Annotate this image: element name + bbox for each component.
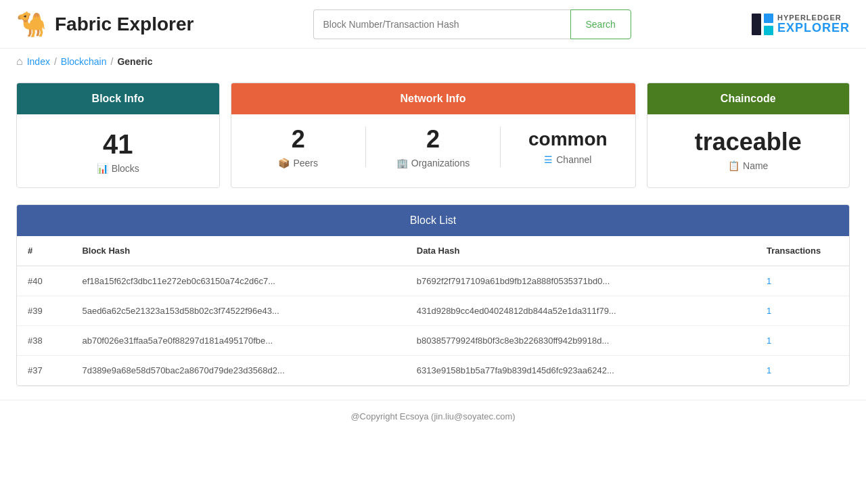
search-area: Search <box>193 9 750 39</box>
brand-text: HYPERLEDGER EXPLORER <box>777 14 850 35</box>
channel-icon: ☰ <box>544 154 553 165</box>
channel-label: ☰ Channel <box>544 154 591 165</box>
peers-label: 📦 Peers <box>278 158 318 168</box>
search-button[interactable]: Search <box>570 9 631 39</box>
orgs-value: 2 <box>426 125 440 154</box>
home-icon: ⌂ <box>16 55 23 68</box>
row-num: #38 <box>17 326 71 356</box>
copyright-text: @Copyright Ecsoya (jin.liu@soyatec.com) <box>350 411 515 421</box>
channel-section: common ☰ Channel <box>501 118 635 176</box>
row-transactions[interactable]: 1 <box>756 296 849 326</box>
row-data-hash: b7692f2f7917109a61bd9fb12a888f0535371bd0… <box>406 266 756 296</box>
block-count-value: 41 <box>103 128 133 160</box>
brand-logo: HYPERLEDGER EXPLORER <box>750 12 850 37</box>
chaincode-card: Chaincode traceable 📋 Name <box>647 83 850 188</box>
svg-rect-2 <box>764 26 773 35</box>
network-info-header: Network Info <box>231 83 635 114</box>
orgs-section: 2 🏢 Organizations <box>366 114 500 179</box>
row-block-hash: ef18a15f62cf3dbc11e272eb0c63150a74c2d6c7… <box>71 266 405 296</box>
col-header-data-hash: Data Hash <box>406 236 756 266</box>
row-block-hash: 5aed6a62c5e21323a153d58b02c3f74522f96e43… <box>71 296 405 326</box>
brand-hyper: HYPERLEDGER <box>777 14 850 22</box>
breadcrumb-blockchain[interactable]: Blockchain <box>61 56 107 67</box>
block-table-body: #40 ef18a15f62cf3dbc11e272eb0c63150a74c2… <box>17 266 849 386</box>
table-row: #38 ab70f026e31ffaa5a7e0f88297d181a49517… <box>17 326 849 356</box>
cards-row: Block Info 41 📊 Blocks Network Info 2 📦 … <box>0 74 866 199</box>
chaincode-name-icon: 📋 <box>728 160 739 171</box>
block-count-label: 📊 Blocks <box>97 163 139 174</box>
row-data-hash: b80385779924f8b0f3c8e3b226830ff942b9918d… <box>406 326 756 356</box>
search-input[interactable] <box>313 9 570 39</box>
row-num: #39 <box>17 296 71 326</box>
footer: @Copyright Ecsoya (jin.liu@soyatec.com) <box>0 400 866 432</box>
chaincode-body: traceable 📋 Name <box>647 114 850 185</box>
camel-icon: 🐪 <box>16 10 47 39</box>
table-row: #37 7d389e9a68e58d570bac2a8670d79de23d35… <box>17 356 849 386</box>
block-list-section: Block List # Block Hash Data Hash Transa… <box>16 204 850 386</box>
orgs-icon: 🏢 <box>396 158 408 168</box>
row-transactions[interactable]: 1 <box>756 326 849 356</box>
table-row: #40 ef18a15f62cf3dbc11e272eb0c63150a74c2… <box>17 266 849 296</box>
row-transactions[interactable]: 1 <box>756 356 849 386</box>
block-list-header: Block List <box>17 205 849 236</box>
breadcrumb: ⌂ Index / Blockchain / Generic <box>0 49 866 74</box>
table-row: #39 5aed6a62c5e21323a153d58b02c3f74522f9… <box>17 296 849 326</box>
chaincode-value: traceable <box>695 128 802 156</box>
breadcrumb-sep-2: / <box>111 56 114 67</box>
breadcrumb-index[interactable]: Index <box>27 56 50 67</box>
block-table: # Block Hash Data Hash Transactions #40 … <box>17 236 849 386</box>
chaincode-header: Chaincode <box>647 83 850 114</box>
peers-section: 2 📦 Peers <box>231 114 365 179</box>
svg-rect-1 <box>764 14 773 23</box>
brand-explorer: EXPLORER <box>777 22 850 35</box>
row-data-hash: 6313e9158b1b5a77fa9b839d145d6fc923aa6242… <box>406 356 756 386</box>
peers-icon: 📦 <box>278 158 290 168</box>
row-block-hash: 7d389e9a68e58d570bac2a8670d79de23d3568d2… <box>71 356 405 386</box>
channel-value: common <box>528 129 608 150</box>
svg-rect-0 <box>752 14 761 35</box>
row-num: #40 <box>17 266 71 296</box>
table-header-row: # Block Hash Data Hash Transactions <box>17 236 849 266</box>
col-header-block-hash: Block Hash <box>71 236 405 266</box>
col-header-transactions: Transactions <box>756 236 849 266</box>
col-header-num: # <box>17 236 71 266</box>
block-info-header: Block Info <box>17 83 219 114</box>
orgs-label: 🏢 Organizations <box>396 158 470 168</box>
blocks-icon: 📊 <box>97 163 108 174</box>
block-info-body: 41 📊 Blocks <box>17 114 219 187</box>
network-sections: 2 📦 Peers 2 🏢 Organizations comm <box>231 114 635 179</box>
peers-value: 2 <box>292 125 305 154</box>
logo-group: 🐪 Fabric Explorer <box>16 10 193 39</box>
row-data-hash: 431d928b9cc4ed04024812db844a52e1da311f79… <box>406 296 756 326</box>
breadcrumb-current: Generic <box>117 56 152 67</box>
row-num: #37 <box>17 356 71 386</box>
app-header: 🐪 Fabric Explorer Search HYPERLEDGER EXP… <box>0 0 866 49</box>
brand-area: HYPERLEDGER EXPLORER <box>750 12 850 37</box>
chaincode-label: 📋 Name <box>728 160 768 171</box>
app-title: Fabric Explorer <box>55 14 193 35</box>
block-info-card: Block Info 41 📊 Blocks <box>16 83 220 188</box>
row-block-hash: ab70f026e31ffaa5a7e0f88297d181a495170fbe… <box>71 326 405 356</box>
row-transactions[interactable]: 1 <box>756 266 849 296</box>
breadcrumb-sep-1: / <box>54 56 57 67</box>
network-info-body: 2 📦 Peers 2 🏢 Organizations comm <box>231 114 635 179</box>
hyperledger-icon <box>750 12 775 37</box>
network-info-card: Network Info 2 📦 Peers 2 🏢 Organizations <box>231 83 636 188</box>
